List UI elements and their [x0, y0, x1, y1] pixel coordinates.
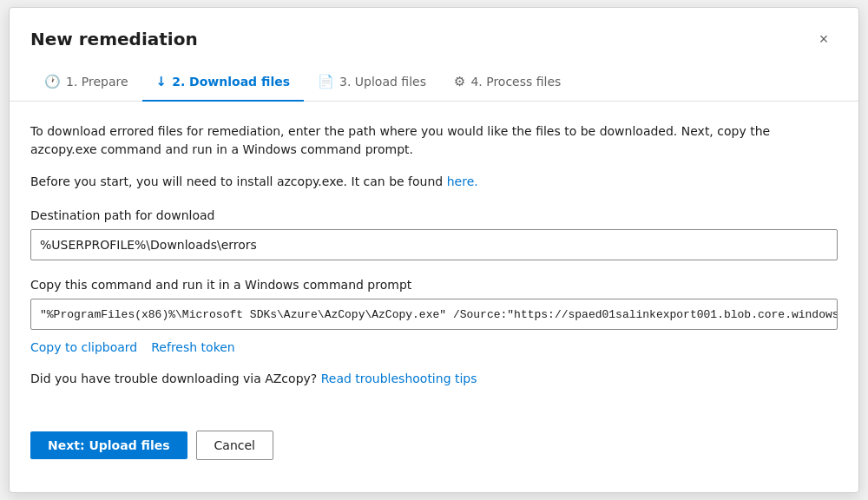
cancel-button[interactable]: Cancel [196, 431, 273, 460]
copy-to-clipboard-button[interactable]: Copy to clipboard [30, 340, 137, 354]
tab-prepare-label: 1. Prepare [66, 75, 128, 89]
trouble-prefix: Did you have trouble downloading via AZc… [30, 372, 321, 385]
close-button[interactable]: × [810, 25, 838, 53]
tab-process[interactable]: ⚙ 4. Process files [440, 67, 575, 102]
description-text: To download errored files for remediatio… [30, 122, 838, 159]
command-text: "%ProgramFiles(x86)%\Microsoft SDKs\Azur… [40, 308, 838, 321]
command-box: "%ProgramFiles(x86)%\Microsoft SDKs\Azur… [30, 299, 838, 330]
destination-label: Destination path for download [30, 208, 838, 222]
tab-upload-label: 3. Upload files [339, 75, 426, 89]
tab-process-label: 4. Process files [470, 75, 561, 89]
tab-download[interactable]: ↓ 2. Download files [142, 67, 304, 102]
download-icon: ↓ [156, 74, 168, 89]
azcopy-here-link[interactable]: here. [447, 174, 478, 188]
tab-upload[interactable]: 📄 3. Upload files [304, 67, 440, 102]
azcopy-note: Before you start, you will need to insta… [30, 173, 838, 191]
action-links: Copy to clipboard Refresh token [30, 340, 838, 354]
upload-icon: 📄 [318, 74, 334, 89]
new-remediation-dialog: New remediation × 🕐 1. Prepare ↓ 2. Down… [9, 7, 859, 493]
tab-prepare[interactable]: 🕐 1. Prepare [30, 67, 142, 102]
dialog-title: New remediation [30, 29, 198, 49]
trouble-line: Did you have trouble downloading via AZc… [30, 372, 838, 385]
tab-download-label: 2. Download files [172, 75, 290, 89]
dialog-header: New remediation × [10, 8, 858, 53]
azcopy-note-prefix: Before you start, you will need to insta… [30, 174, 447, 188]
refresh-token-button[interactable]: Refresh token [151, 340, 234, 354]
prepare-icon: 🕐 [44, 74, 61, 89]
dialog-footer: Next: Upload files Cancel [10, 431, 858, 481]
tab-bar: 🕐 1. Prepare ↓ 2. Download files 📄 3. Up… [10, 53, 858, 102]
command-label: Copy this command and run it in a Window… [30, 278, 838, 292]
next-upload-button[interactable]: Next: Upload files [30, 431, 187, 459]
dialog-body: To download errored files for remediatio… [10, 102, 858, 431]
troubleshooting-link[interactable]: Read troubleshooting tips [321, 372, 477, 385]
process-icon: ⚙ [454, 74, 465, 89]
destination-path-input[interactable] [30, 229, 838, 260]
